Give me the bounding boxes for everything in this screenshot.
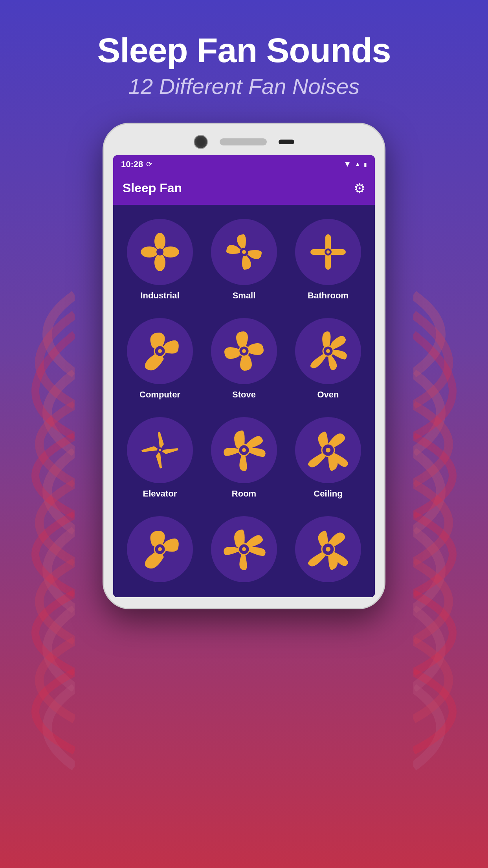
svg-point-12: [327, 250, 330, 254]
svg-point-16: [242, 349, 246, 353]
phone-top-bar: [113, 135, 375, 155]
fan-circle-stove: [211, 318, 277, 384]
svg-point-22: [242, 448, 246, 452]
svg-point-28: [242, 547, 246, 551]
status-bar: 10:28 ⟳ ▼ ▲ ▮: [113, 155, 375, 173]
fan-circle-small: [211, 219, 277, 285]
fan-label-room: Room: [232, 489, 256, 499]
fan-item-industrial[interactable]: Industrial: [118, 211, 202, 310]
svg-point-20: [159, 449, 161, 451]
settings-icon[interactable]: ⚙: [354, 180, 365, 196]
fan-label-stove: Stove: [232, 390, 256, 400]
svg-point-4: [156, 248, 163, 256]
main-title: Sleep Fan Sounds: [97, 31, 391, 70]
fan-item-room[interactable]: Room: [202, 409, 286, 508]
fan-label-elevator: Elevator: [143, 489, 177, 499]
fan-icon-computer: [138, 329, 182, 373]
fan-item-small[interactable]: Small: [202, 211, 286, 310]
app-title-label: Sleep Fan: [123, 181, 182, 195]
fan-icon-ceiling: [306, 428, 350, 472]
svg-point-3: [141, 246, 158, 257]
fan-label-computer: Computer: [139, 390, 180, 400]
fan-item-12[interactable]: [286, 508, 370, 591]
fan-circle-elevator: [127, 417, 193, 483]
fan-icon-12: [306, 528, 350, 571]
phone-outer: 10:28 ⟳ ▼ ▲ ▮ Sleep Fan ⚙: [103, 123, 385, 609]
fan-icon-stove: [222, 329, 266, 373]
svg-point-2: [154, 254, 165, 271]
svg-point-18: [326, 349, 330, 353]
phone-wrapper: 10:28 ⟳ ▼ ▲ ▮ Sleep Fan ⚙: [95, 123, 393, 609]
fan-label-oven: Oven: [317, 390, 339, 400]
svg-point-30: [326, 547, 330, 552]
fan-circle-ceiling: [295, 417, 361, 483]
signal-icon: ▲: [354, 161, 361, 168]
battery-icon: ▮: [364, 161, 367, 167]
fan-icon-oven: [306, 329, 350, 373]
svg-point-14: [158, 349, 162, 353]
fan-icon-small: [222, 230, 266, 274]
fan-item-bathroom[interactable]: Bathroom: [286, 211, 370, 310]
fan-circle-oven: [295, 318, 361, 384]
fan-circle-12: [295, 516, 361, 582]
fan-item-stove[interactable]: Stove: [202, 310, 286, 409]
fan-label-ceiling: Ceiling: [314, 489, 342, 499]
svg-point-26: [158, 547, 162, 551]
svg-point-6: [242, 250, 246, 254]
svg-point-24: [326, 448, 330, 452]
fan-icon-elevator: [138, 428, 182, 472]
svg-point-0: [154, 233, 165, 250]
status-right: ▼ ▲ ▮: [343, 160, 367, 169]
app-toolbar: Sleep Fan ⚙: [113, 173, 375, 205]
fan-circle-industrial: [127, 219, 193, 285]
fan-label-bathroom: Bathroom: [308, 291, 349, 301]
fan-item-ceiling[interactable]: Ceiling: [286, 409, 370, 508]
fan-item-computer[interactable]: Computer: [118, 310, 202, 409]
phone-speaker: [220, 138, 267, 145]
fan-item-11[interactable]: [202, 508, 286, 591]
fan-icon-11: [222, 528, 266, 571]
fan-icon-industrial: [138, 230, 182, 274]
fan-circle-bathroom: [295, 219, 361, 285]
header-section: Sleep Fan Sounds 12 Different Fan Noises: [97, 0, 391, 123]
fan-icon-room: [222, 428, 266, 472]
fan-icon-bathroom: [306, 230, 350, 274]
fan-label-small: Small: [233, 291, 256, 301]
fan-circle-11: [211, 516, 277, 582]
wifi-icon: ▼: [343, 160, 351, 169]
fan-icon-10: [138, 528, 182, 571]
fan-item-oven[interactable]: Oven: [286, 310, 370, 409]
sync-icon: ⟳: [146, 160, 152, 169]
fan-circle-computer: [127, 318, 193, 384]
status-time: 10:28: [121, 159, 143, 169]
fan-circle-room: [211, 417, 277, 483]
fan-circle-10: [127, 516, 193, 582]
fan-grid: Industrial: [113, 205, 375, 597]
phone-camera: [194, 135, 208, 149]
subtitle: 12 Different Fan Noises: [97, 74, 391, 99]
status-left: 10:28 ⟳: [121, 159, 152, 169]
phone-screen: 10:28 ⟳ ▼ ▲ ▮ Sleep Fan ⚙: [113, 155, 375, 597]
fan-item-10[interactable]: [118, 508, 202, 591]
svg-point-1: [162, 246, 179, 257]
fan-label-industrial: Industrial: [140, 291, 179, 301]
phone-sensor: [279, 140, 294, 144]
fan-item-elevator[interactable]: Elevator: [118, 409, 202, 508]
